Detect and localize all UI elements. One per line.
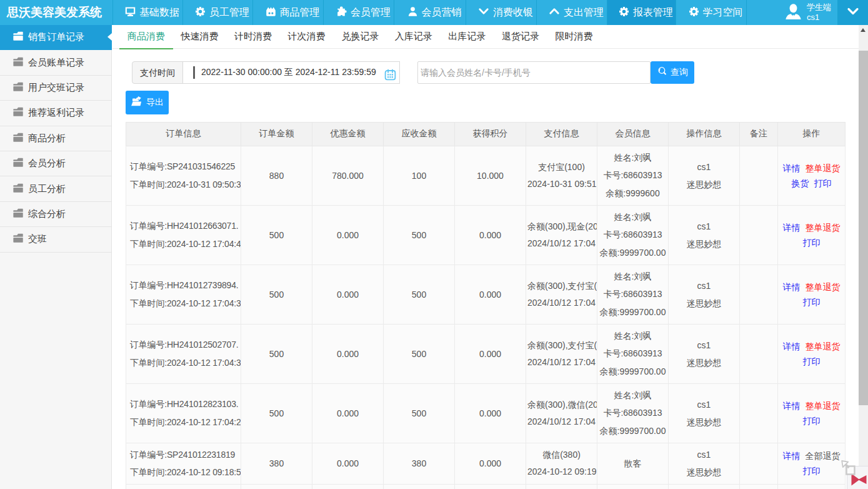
nav-item-7[interactable]: 支出管理 <box>536 0 607 25</box>
actions-cell: 详情整单退货打印 <box>778 205 846 265</box>
points-cell: 0.000 <box>455 324 526 383</box>
folder-icon <box>12 233 28 246</box>
action-line: 打印 <box>779 235 844 250</box>
search-input[interactable] <box>417 61 651 84</box>
pay-info-cell: 余额(300),支付宝(2024/10/12 17:04 <box>526 265 597 324</box>
order-no: 订单编号:HH241012502707. <box>130 336 241 354</box>
sidebar: 销售订单记录会员账单记录用户交班记录推荐返利记录商品分析会员分析员工分析综合分析… <box>0 25 112 489</box>
pay-time-button[interactable]: 支付时间 <box>132 61 183 84</box>
column-header: 支付信息 <box>526 122 597 146</box>
scrollbar-thumb[interactable] <box>859 51 868 405</box>
vertical-scrollbar[interactable] <box>859 25 868 489</box>
order-info-cell: 订单编号:SP241012231819下单时间:2024-10-12 09:18… <box>126 443 241 485</box>
action-详情[interactable]: 详情 <box>783 163 801 173</box>
sidebar-item-7[interactable]: 员工分析 <box>0 176 111 201</box>
receivable-cell: 500 <box>384 265 455 324</box>
remark-cell <box>740 443 778 485</box>
tab-2[interactable]: 快速消费 <box>173 25 227 49</box>
sidebar-item-label: 会员账单记录 <box>28 57 84 69</box>
order-no: 订单编号:HH241012663071. <box>130 217 241 235</box>
action-详情[interactable]: 详情 <box>783 341 801 351</box>
action-打印[interactable]: 打印 <box>803 297 821 307</box>
action-整单退货[interactable]: 整单退货 <box>806 341 841 351</box>
sidebar-item-6[interactable]: 会员分析 <box>0 151 111 176</box>
action-打印[interactable]: 打印 <box>803 238 821 248</box>
chevron-down-icon <box>477 5 493 20</box>
operator-cell: cs1迷思妙想 <box>669 383 740 443</box>
member-line: 卡号:68603913 <box>599 404 667 422</box>
action-打印[interactable]: 打印 <box>803 466 821 476</box>
nav-right-section: 学生端cs1 <box>776 0 868 25</box>
column-header: 应收金额 <box>384 122 455 146</box>
order-info-cell: 订单编号:HH241012502707.下单时间:2024-10-12 17:0… <box>126 324 241 383</box>
nav-item-1[interactable]: 基础数据 <box>112 0 182 25</box>
action-详情[interactable]: 详情 <box>783 223 801 233</box>
action-打印[interactable]: 打印 <box>803 416 821 426</box>
scrollbar-up-arrow[interactable] <box>861 28 866 32</box>
order-amount-cell: 500 <box>241 205 312 265</box>
tab-6[interactable]: 入库记录 <box>387 25 441 49</box>
action-详情[interactable]: 详情 <box>783 282 801 292</box>
action-整单退货[interactable]: 整单退货 <box>806 401 841 411</box>
order-no: 订单编号:HH241012823103. <box>130 395 241 413</box>
sidebar-item-2[interactable]: 会员账单记录 <box>0 50 111 75</box>
pay-info-cell: 微信(380)2024-10-12 09:19 <box>526 443 597 485</box>
tab-4[interactable]: 计次消费 <box>280 25 334 49</box>
sidebar-item-5[interactable]: 商品分析 <box>0 126 111 151</box>
action-打印[interactable]: 打印 <box>814 178 832 188</box>
sidebar-item-3[interactable]: 用户交班记录 <box>0 76 111 101</box>
orders-table-grid: 订单信息订单金额优惠金额应收金额获得积分支付信息会员信息操作信息备注操作 订单编… <box>126 122 846 489</box>
nav-item-label: 会员营销 <box>422 6 462 19</box>
nav-collapse-button[interactable] <box>837 0 868 25</box>
receivable-cell: 500 <box>384 383 455 443</box>
folder-icon <box>12 106 28 119</box>
member-line: 卡号:68603913 <box>599 166 667 184</box>
query-button[interactable]: 查询 <box>651 61 694 84</box>
action-详情[interactable]: 详情 <box>783 401 801 411</box>
sidebar-item-4[interactable]: 推荐返利记录 <box>0 101 111 126</box>
pay-line: 2024/10/12 17:04 <box>527 295 596 311</box>
sidebar-menu: 销售订单记录会员账单记录用户交班记录推荐返利记录商品分析会员分析员工分析综合分析… <box>0 25 111 253</box>
sidebar-item-8[interactable]: 综合分析 <box>0 202 111 227</box>
nav-item-5[interactable]: 会员营销 <box>394 0 466 25</box>
folder-icon <box>12 183 28 196</box>
user-menu[interactable]: 学生端cs1 <box>776 0 837 25</box>
column-header: 获得积分 <box>455 122 526 146</box>
nav-item-4[interactable]: 会员管理 <box>323 0 394 25</box>
action-line: 打印 <box>779 413 844 428</box>
sidebar-item-9[interactable]: 交班 <box>0 227 111 252</box>
remark-cell <box>740 265 778 324</box>
nav-item-3[interactable]: 商品管理 <box>252 0 323 25</box>
nav-item-6[interactable]: 消费收银 <box>466 0 536 25</box>
actions-cell: 详情整单退货打印 <box>778 324 846 383</box>
action-详情[interactable]: 详情 <box>783 451 801 461</box>
tab-9[interactable]: 限时消费 <box>547 25 601 49</box>
action-整单退货[interactable]: 整单退货 <box>806 282 841 292</box>
action-换货[interactable]: 换货 <box>792 178 809 188</box>
action-整单退货[interactable]: 整单退货 <box>806 223 841 233</box>
action-打印[interactable]: 打印 <box>803 356 821 366</box>
points-cell: 0.000 <box>455 205 526 265</box>
tab-3[interactable]: 计时消费 <box>226 25 280 49</box>
action-整单退货[interactable]: 整单退货 <box>806 163 841 173</box>
filter-row: 支付时间 2022-11-30 00:00:00 至 2024-12-11 23… <box>132 61 859 84</box>
operator-line: cs1 <box>670 336 738 354</box>
tab-1[interactable]: 商品消费 <box>119 25 173 49</box>
order-time: 下单时间:2024-10-12 09:18:5 <box>130 463 241 481</box>
operator-cell: cs1迷思妙想 <box>669 265 740 324</box>
nav-item-9[interactable]: 学习空间 <box>676 0 747 25</box>
sidebar-item-1[interactable]: 销售订单记录 <box>0 25 112 50</box>
export-button[interactable]: 导出 <box>126 91 169 114</box>
tab-7[interactable]: 出库记录 <box>441 25 494 49</box>
points-cell: 10.000 <box>455 146 526 205</box>
date-range-input[interactable]: 2022-11-30 00:00:00 至 2024-12-11 23:59:5… <box>182 61 400 84</box>
nav-item-8[interactable]: 报表管理 <box>607 0 676 25</box>
tab-8[interactable]: 退货记录 <box>494 25 547 49</box>
member-line: 余额:9999700.00 <box>599 363 667 381</box>
nav-item-2[interactable]: 员工管理 <box>182 0 252 25</box>
pay-line: 2024/10/12 17:04 <box>527 235 596 252</box>
tab-5[interactable]: 兑换记录 <box>333 25 387 49</box>
action-全部退货[interactable]: 全部退货 <box>806 451 841 461</box>
order-time: 下单时间:2024-10-12 17:04:4 <box>130 235 241 253</box>
user-role: 学生端 <box>807 3 831 12</box>
